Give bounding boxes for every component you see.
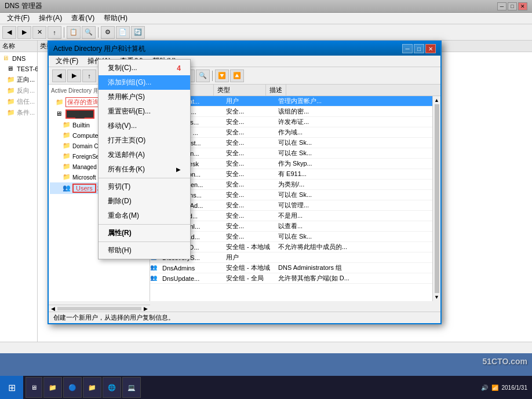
saved-queries-icon: 📁	[56, 98, 64, 107]
ad-row-csresponse[interactable]: 👥 CSRespons... 安全... 可以在 Sk...	[150, 190, 440, 200]
ctx-delete[interactable]: 删除(D)	[99, 194, 190, 208]
toolbar-btn-6[interactable]: 🔍	[82, 26, 96, 39]
ad-toolbar-btn-11[interactable]: 🔽	[215, 69, 229, 82]
ad-win-controls: ─ □ ✕	[402, 44, 436, 53]
ctx-reset-password[interactable]: 重置密码(E)...	[99, 104, 190, 119]
ad-row-cspersistent[interactable]: 👥 CSPersisten... 安全... 为类别/...	[150, 180, 440, 190]
tray-icon-2: 📶	[491, 385, 498, 391]
ad-toolbar-btn-2[interactable]: ▶	[67, 69, 81, 82]
ad-toolbar-btn-10[interactable]: 🔍	[196, 69, 210, 82]
ctx-copy[interactable]: 复制(C)... 4	[99, 61, 190, 75]
dns-tree-dns[interactable]: 🖥 DNS	[1, 53, 36, 64]
ad-row-csviewonly[interactable]: 👥 CSViewOnl... 安全... 以查看...	[150, 221, 440, 232]
ad-toolbar-sep-3	[212, 71, 213, 81]
dc-icon: 📁	[63, 142, 71, 150]
ctx-disable-account[interactable]: 禁用帐户(S)	[99, 90, 190, 104]
dns-tree-panel: 🖥 DNS 🖥 TEST-6... 📁 正向... 📁 反向... 📁 信任..…	[0, 52, 38, 353]
ad-menu-file[interactable]: 文件(F)	[51, 55, 83, 67]
dns-minimize-button[interactable]: ─	[497, 2, 507, 10]
dns-close-button[interactable]: ✕	[518, 2, 527, 10]
watermark: 51CTO.com	[482, 357, 527, 366]
dns-title-text: DNS 管理器	[5, 1, 42, 11]
ad-rows-container: 👤 Administrat... 用户 管理内置帐户... 👥 Allowed …	[150, 96, 440, 301]
ad-col-type-header: 类型	[214, 85, 266, 96]
dns-win-controls: ─ □ ✕	[497, 2, 527, 10]
ad-row-csarchiving[interactable]: 👥 CSArchivin... 安全... 可以在 Sk...	[150, 148, 440, 159]
domain-icon: 🖥	[56, 110, 64, 118]
ad-content-panel: 名称 3 类型 描述 👤 Administrat... 用户 管理内置帐户.	[150, 85, 440, 301]
dns-tree-reverse[interactable]: 📁 反向...	[6, 85, 36, 96]
ctx-help[interactable]: 帮助(H)	[99, 243, 190, 258]
ad-toolbar-btn-12[interactable]: 🔼	[230, 69, 244, 82]
ad-status-text: 创建一个新用户，从选择的用户复制信息。	[53, 313, 174, 322]
start-button[interactable]: ⊞	[0, 376, 23, 399]
ad-close-button[interactable]: ✕	[425, 44, 436, 53]
dns-folder4-icon: 📁	[7, 109, 15, 117]
ctx-all-tasks[interactable]: 所有任务(K) ▶	[99, 162, 190, 177]
ad-row-csuserad[interactable]: 👥 CSUserAd... 安全... 不是用...	[150, 211, 440, 221]
dns-toolbar: ◀ ▶ ✕ ↑ 📋 🔍 ⚙ 📄 🔄	[0, 24, 532, 41]
dns-col-name: 名称	[0, 41, 38, 52]
dns-menu-view[interactable]: 查看(V)	[67, 12, 99, 24]
ctx-sep-1	[99, 178, 190, 178]
dns-maximize-button[interactable]: □	[508, 2, 517, 10]
ad-row-dnsadmins[interactable]: 👥 DnsAdmins 安全组 - 本地域 DNS Administrators…	[150, 263, 440, 273]
ad-toolbar-btn-1[interactable]: ◀	[52, 69, 66, 82]
ad-window: Active Directory 用户和计算机 ─ □ ✕ 文件(F) 操作(A…	[48, 41, 442, 324]
toolbar-btn-3[interactable]: ✕	[32, 26, 46, 39]
ctx-open-homepage[interactable]: 打开主页(O)	[99, 133, 190, 148]
ad-row-csvoicead[interactable]: 👥 CSVoiceAd... 安全... 可以在 Sk...	[150, 232, 440, 242]
taskbar-item-4[interactable]: 📁	[83, 377, 101, 398]
ad-minimize-button[interactable]: ─	[402, 44, 413, 53]
exchange-icon: 📁	[63, 173, 71, 181]
ad-row-cshelpdesk[interactable]: 👥 CSHelpDesk 安全... 作为 Skyp...	[150, 159, 440, 169]
ad-row-allowedr[interactable]: 👥 Allowed R... 安全... 该组的密...	[150, 107, 440, 117]
taskbar-item-3[interactable]: 🔵	[63, 377, 82, 398]
computers-icon: 📁	[63, 131, 71, 140]
toolbar-btn-2[interactable]: ▶	[17, 26, 31, 39]
ctx-move[interactable]: 移动(V)...	[99, 119, 190, 133]
ad-row-cloneable[interactable]: 👥 Cloneable ... 安全... 作为域...	[150, 127, 440, 138]
ad-vertical-scrollbar[interactable]: ▲ ▼	[432, 96, 440, 301]
dns-tree-test[interactable]: 🖥 TEST-6...	[6, 64, 36, 74]
toolbar-sep-2	[98, 27, 99, 38]
dns-tree-condition[interactable]: 📁 条件...	[6, 107, 36, 118]
ad-row-administrator[interactable]: 👤 Administrat... 用户 管理内置帐户...	[150, 96, 440, 107]
tray-icon-1: 🔊	[481, 385, 488, 391]
toolbar-btn-8[interactable]: 📄	[116, 26, 130, 39]
ad-row-cslocation[interactable]: 👥 CSLocation... 安全... 有 E911...	[150, 169, 440, 180]
ctx-sep-3	[99, 241, 190, 242]
ad-row-certpublish[interactable]: 👥 Cert Publis... 安全... 许发布证...	[150, 117, 440, 127]
ctx-add-to-group[interactable]: 添加到组(G)...	[99, 75, 190, 90]
ad-row-csadmin[interactable]: 👥 CSAdminist... 安全... 可以在 Sk...	[150, 138, 440, 148]
dns-menu-help[interactable]: 帮助(H)	[99, 12, 132, 24]
taskbar: ⊞ 🖥 📁 🔵 📁 🌐 💻 🔊 📶 2016/1/31	[0, 376, 532, 399]
dns-tree-trust[interactable]: 📁 信任...	[6, 96, 36, 107]
ad-maximize-button[interactable]: □	[414, 44, 424, 53]
ad-title-text: Active Directory 用户和计算机	[53, 44, 145, 54]
toolbar-btn-1[interactable]: ◀	[2, 26, 16, 39]
dns-folder3-icon: 📁	[7, 98, 15, 106]
ctx-send-mail[interactable]: 发送邮件(A)	[99, 148, 190, 162]
toolbar-btn-9[interactable]: 🔄	[131, 26, 145, 39]
dns-menu-action[interactable]: 操作(A)	[34, 12, 67, 24]
ctx-properties[interactable]: 属性(R)	[99, 226, 190, 240]
taskbar-item-5[interactable]: 🌐	[103, 377, 121, 398]
toolbar-btn-4[interactable]: ↑	[48, 26, 61, 39]
dns-tree-forward[interactable]: 📁 正向...	[6, 74, 36, 85]
ctx-cut[interactable]: 剪切(T)	[99, 180, 190, 194]
dns-title-bar: DNS 管理器 ─ □ ✕	[0, 0, 532, 13]
ctx-rename[interactable]: 重命名(M)	[99, 208, 190, 223]
dns-menu-file[interactable]: 文件(F)	[2, 12, 34, 24]
taskbar-item-6[interactable]: 💻	[122, 377, 141, 398]
taskbar-item-2[interactable]: 📁	[43, 377, 62, 398]
windows-icon: ⊞	[8, 382, 16, 393]
ad-row-dnsupdate[interactable]: 👥 DnsUpdate... 安全组 - 全局 允许替其他客户端(如 D...	[150, 273, 440, 284]
ad-toolbar-btn-3[interactable]: ↑	[82, 69, 96, 82]
toolbar-btn-7[interactable]: ⚙	[101, 26, 115, 39]
ad-row-csserverad[interactable]: 👥 CSServerAd... 安全... 可以管理...	[150, 200, 440, 211]
ad-row-deniedro[interactable]: 👥 Denied RO... 安全组 - 本地域 不允许将此组中成员的...	[150, 242, 440, 252]
taskbar-item-1[interactable]: 🖥	[25, 377, 42, 398]
ad-row-discoverys[interactable]: 👤 DiscoveryS... 用户	[150, 252, 440, 263]
toolbar-btn-5[interactable]: 📋	[67, 26, 81, 39]
